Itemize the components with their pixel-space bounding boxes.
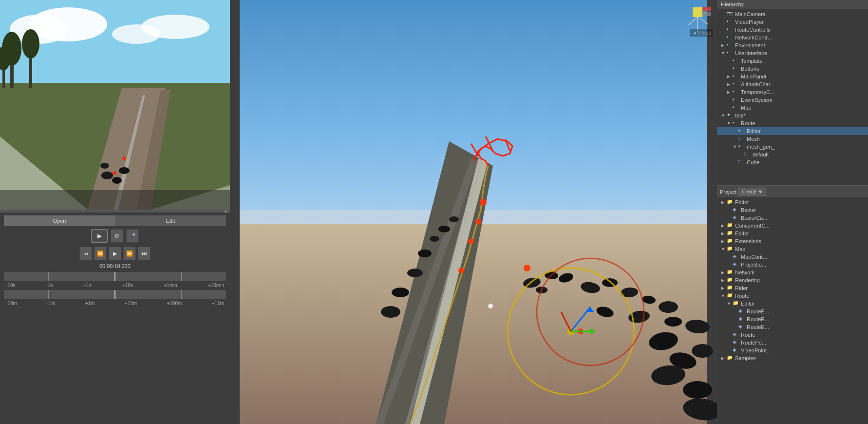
tree-item-rider[interactable]: ▶ 📁 Rider	[717, 284, 868, 292]
svg-line-86	[698, 17, 708, 24]
icon-cube: □	[738, 159, 745, 166]
label-editor-sel: Editor	[747, 128, 761, 134]
next-frame-button[interactable]: ⏩	[123, 247, 136, 260]
tree-item-videoplayer[interactable]: ▪ VideoPlayer	[717, 18, 868, 26]
svg-point-66	[438, 226, 450, 232]
tree-item-routee3[interactable]: ◈ RouteE...	[717, 323, 868, 331]
tree-item-maincamera[interactable]: 📷 MainCamera	[717, 10, 868, 18]
hierarchy-tree[interactable]: 📷 MainCamera ▪ VideoPlayer ▪ RouteContro…	[717, 9, 868, 185]
tree-item-temporaryc[interactable]: ▶ ▪ TemporaryC...	[717, 88, 868, 96]
icon-routee2: ◈	[738, 316, 745, 323]
3d-viewport[interactable]: ◄ Persp	[230, 0, 717, 424]
edit-button[interactable]: Edit	[115, 215, 226, 226]
project-tree[interactable]: ▶ 📁 Editor ◈ Bezier ◈ BezierCu... ▶ 📁 C	[717, 197, 868, 424]
tree-item-userinterface[interactable]: ▼ ▪ UserInterface	[717, 49, 868, 57]
tree-item-rendering[interactable]: ▶ 📁 Rendering	[717, 276, 868, 284]
svg-point-39	[468, 238, 474, 244]
label-videoplayer2: VideoPoint...	[741, 347, 771, 353]
tree-item-mapcontrol[interactable]: ◈ MapCont...	[717, 253, 868, 261]
svg-rect-82	[702, 7, 711, 11]
marker-plus11m: +11m	[212, 301, 224, 306]
icon-editor3: 📁	[733, 300, 739, 307]
svg-point-57	[664, 317, 682, 327]
tree-item-network[interactable]: ▶ 📁 Network	[717, 269, 868, 276]
tree-item-map-folder[interactable]: ▼ 📁 Map	[717, 245, 868, 253]
skip-start-button[interactable]: ⏮	[79, 247, 92, 260]
marker-plus1min: +1min	[164, 283, 177, 288]
tree-item-editor-folder[interactable]: ▶ 📁 Editor	[717, 198, 868, 206]
svg-point-37	[480, 199, 487, 206]
arrow-route-folder: ▼	[721, 293, 727, 298]
tree-item-route2[interactable]: ◈ Route	[717, 331, 868, 339]
skip-end-button[interactable]: ⏭	[138, 247, 151, 260]
svg-point-21	[113, 171, 116, 175]
arrow-network: ▶	[721, 270, 727, 275]
tree-item-routepo[interactable]: ◈ RoutePo...	[717, 339, 868, 347]
tree-item-mainpanel[interactable]: ▶ ▪ MainPanel	[717, 73, 868, 80]
tree-item-altitudechart[interactable]: ▶ ▪ AltitudeChar...	[717, 80, 868, 88]
label-routee2: RouteE...	[747, 316, 769, 322]
settings-button[interactable]: ⚙	[111, 229, 123, 243]
timeline-bar-2[interactable]	[4, 290, 226, 299]
label-maincamera: MainCamera	[735, 11, 766, 17]
icon-mesh: □	[738, 135, 745, 142]
icon-maincamera: 📷	[727, 11, 734, 18]
open-edit-bar: Open Edit	[4, 215, 226, 226]
tree-item-routee2[interactable]: ◈ RouteE...	[717, 315, 868, 323]
tree-item-mesh[interactable]: □ Mesh	[717, 135, 868, 143]
arrow-extensions: ▶	[721, 239, 727, 244]
tree-item-environment[interactable]: ▶ ▪ Environment	[717, 41, 868, 49]
tree-item-projection[interactable]: ◈ Projectio...	[717, 261, 868, 269]
play-button[interactable]: ▶	[91, 229, 108, 243]
tree-item-template[interactable]: ▪ Template	[717, 57, 868, 65]
timestamp-display: 00:00:10:203	[4, 263, 226, 269]
tree-item-mesh-gen[interactable]: ▼ ▪ mesh_gen_	[717, 143, 868, 151]
label-routepo: RoutePo...	[741, 340, 766, 346]
icon-environment: ▪	[727, 42, 734, 49]
icon-network: 📁	[727, 269, 734, 276]
record-button[interactable]: 🎤	[126, 229, 139, 243]
tree-item-networkcontroller[interactable]: ▪ NetworkContr...	[717, 34, 868, 41]
label-samples: Samples	[735, 355, 756, 361]
prev-frame-button[interactable]: ⏪	[94, 247, 107, 260]
marker-minus10m: -10m	[6, 301, 17, 306]
label-test: test*	[735, 113, 746, 118]
tree-item-extensions[interactable]: ▶ 📁 Extensions	[717, 237, 868, 245]
svg-point-70	[392, 288, 409, 297]
label-temporaryc: TemporaryC...	[741, 89, 774, 95]
icon-mesh-gen: ▪	[738, 143, 745, 150]
icon-template: ▪	[733, 58, 739, 64]
tree-item-editor3[interactable]: ▼ 📁 Editor	[717, 300, 868, 308]
tree-item-eventsystem[interactable]: ▪ EventSystem	[717, 96, 868, 104]
play-pause-button[interactable]: ▶	[109, 247, 121, 260]
tree-item-beziercurve[interactable]: ◈ BezierCu...	[717, 214, 868, 222]
tree-item-videoplayer2[interactable]: ◈ VideoPoint...	[717, 347, 868, 354]
icon-beziercurve: ◈	[733, 214, 739, 221]
tree-item-cube[interactable]: □ Cube	[717, 158, 868, 166]
marker-plus10s: +10s	[122, 283, 133, 288]
tree-item-routecontroller[interactable]: ▪ RouteControlle	[717, 26, 868, 34]
tree-item-map[interactable]: ▪ Map	[717, 104, 868, 112]
svg-point-67	[430, 236, 439, 242]
tree-item-test[interactable]: ▼ ✦ test*	[717, 112, 868, 119]
tree-item-editor2[interactable]: ▶ 📁 Editor	[717, 230, 868, 237]
tree-item-buttons[interactable]: ▪ Buttons	[717, 65, 868, 73]
open-button[interactable]: Open	[4, 215, 115, 226]
label-extensions: Extensions	[735, 238, 761, 244]
create-button[interactable]: Create ▼	[738, 188, 766, 196]
icon-route-main: ▪	[733, 120, 739, 127]
marker-plus1m: +1m	[85, 301, 95, 306]
playback-controls: ▶ ⚙ 🎤	[4, 229, 226, 243]
tree-item-editor-sel[interactable]: ▪ Editor	[717, 127, 868, 135]
tree-item-concurrentc[interactable]: ▶ 📁 ConcurrentC...	[717, 222, 868, 230]
tree-item-default[interactable]: □ default	[717, 151, 868, 158]
svg-point-80	[488, 304, 493, 308]
tree-item-route-main[interactable]: ▼ ▪ Route	[717, 119, 868, 127]
tree-item-routee1[interactable]: ◈ RouteE...	[717, 308, 868, 315]
tree-item-bezier[interactable]: ◈ Bezier	[717, 206, 868, 214]
tree-item-route-folder[interactable]: ▼ 📁 Route	[717, 292, 868, 300]
svg-rect-81	[693, 7, 702, 17]
timeline-bar[interactable]	[4, 272, 226, 281]
label-map: Map	[741, 105, 751, 111]
tree-item-samples[interactable]: ▶ 📁 Samples	[717, 354, 868, 362]
